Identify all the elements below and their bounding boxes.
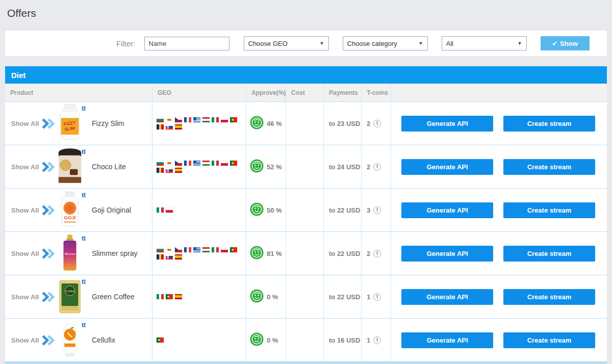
flag-hu-icon <box>202 161 210 166</box>
show-all-label: Show All <box>11 293 39 301</box>
col-header-tcoins: T-coins <box>362 84 391 101</box>
flag-pl-icon <box>221 117 228 122</box>
payments-value: to 22 USD <box>329 250 360 257</box>
flag-it-icon <box>212 161 219 166</box>
flag-sk-icon <box>166 124 173 129</box>
name-filter-input[interactable] <box>144 37 230 50</box>
generate-api-button[interactable]: Generate API <box>401 246 493 262</box>
geo-select-wrap: Choose GEO ▼ <box>244 36 329 50</box>
flag-fr-icon <box>184 117 191 122</box>
product-name: Goji Original <box>92 206 131 214</box>
flag-pl-icon <box>221 247 228 252</box>
tcoins-value: 1 <box>367 336 370 344</box>
generate-api-button[interactable]: Generate API <box>401 289 493 305</box>
tcoins-value: 2 <box>367 250 370 257</box>
create-stream-button[interactable]: Create stream <box>503 202 595 218</box>
product-cell: Show AllSlimmertlSlimmer spray <box>5 232 152 275</box>
flag-cy-icon <box>166 161 173 166</box>
tcoins-cell: 1t <box>362 275 391 318</box>
geo-cell <box>152 319 246 361</box>
flag-emblem <box>167 169 169 172</box>
flag-emblem <box>167 126 169 128</box>
status-select[interactable]: All <box>442 36 527 50</box>
cost-cell <box>286 102 324 145</box>
flag-sk-icon <box>166 254 173 259</box>
show-all-link[interactable]: Show All <box>11 205 56 216</box>
generate-api-button[interactable]: Generate API <box>401 332 493 348</box>
create-stream-button[interactable]: Create stream <box>503 246 595 262</box>
tl-badge: tl <box>82 148 86 155</box>
tcoins-cell: 1t <box>362 319 391 361</box>
double-chevron-icon <box>41 118 55 129</box>
category-select[interactable]: Choose category <box>343 36 428 50</box>
flag-emblem <box>193 117 196 120</box>
payments-value: to 16 USD <box>329 336 360 344</box>
generate-api-button[interactable]: Generate API <box>401 159 493 175</box>
flag-emblem <box>175 161 178 166</box>
geo-select[interactable]: Choose GEO <box>244 36 329 50</box>
tcoin-icon: t <box>373 206 381 214</box>
payments-value: to 23 USD <box>329 120 360 127</box>
approve-value: 50 % <box>267 206 282 214</box>
create-stream-button[interactable]: Create stream <box>503 159 595 175</box>
flag-cy-icon <box>166 117 173 122</box>
tcoins-value: 1 <box>367 293 370 301</box>
approve-value: 81 % <box>267 250 282 257</box>
tcoins-cell: 2t <box>362 145 391 188</box>
actions-cell: Generate APICreate stream <box>391 145 607 188</box>
product-image <box>56 321 85 359</box>
show-all-label: Show All <box>11 120 39 127</box>
flag-fr-icon <box>184 247 191 252</box>
show-all-link[interactable]: Show All <box>11 162 56 172</box>
approve-cell: 81 % <box>246 232 286 275</box>
show-all-link[interactable]: Show All <box>11 292 56 302</box>
tl-badge: tl <box>82 321 86 329</box>
flag-cz-icon <box>175 117 182 122</box>
flag-emblem <box>232 119 234 121</box>
flag-pt-icon <box>230 161 237 166</box>
status-select-wrap: All ▼ <box>442 36 527 50</box>
create-stream-button[interactable]: Create stream <box>503 289 595 305</box>
tcoin-icon: t <box>373 293 381 301</box>
flag-emblem <box>167 296 169 298</box>
flag-es-icon <box>175 294 182 299</box>
show-all-label: Show All <box>11 250 39 257</box>
approve-smiley-icon <box>250 246 264 262</box>
flag-ro-icon <box>157 254 164 259</box>
generate-api-button[interactable]: Generate API <box>401 116 493 132</box>
payments-cell: to 16 USD <box>324 319 362 361</box>
flag-ro-icon <box>157 124 164 129</box>
geo-cell <box>152 145 246 188</box>
table-header-row: Product GEO Approve(%) Cost Payments T-c… <box>5 84 607 101</box>
geo-cell <box>152 189 246 231</box>
table-row: Show AllCoffeetlGreen Coffee0 %to 22 USD… <box>5 275 607 318</box>
approve-smiley-icon <box>250 289 264 305</box>
show-all-label: Show All <box>11 206 39 214</box>
show-all-link[interactable]: Show All <box>11 248 56 259</box>
double-chevron-icon <box>41 248 55 259</box>
create-stream-button[interactable]: Create stream <box>503 116 595 132</box>
show-all-link[interactable]: Show All <box>11 118 56 129</box>
double-chevron-icon <box>41 205 55 216</box>
create-stream-button[interactable]: Create stream <box>503 332 595 348</box>
flag-pt-icon <box>157 337 164 343</box>
svg-text:Coffee: Coffee <box>66 290 74 293</box>
table-row: Show AllSlimmertlSlimmer spray81 %to 22 … <box>5 231 607 275</box>
approve-smiley-icon <box>250 116 264 132</box>
table-row: Show AlltlChoco Lite52 %to 24 USD2tGener… <box>5 145 607 188</box>
flag-emblem <box>193 161 196 164</box>
flag-gr-icon <box>193 117 200 122</box>
tcoins-cell: 3t <box>362 189 391 231</box>
flag-hu-icon <box>202 117 210 122</box>
double-chevron-icon <box>41 335 55 346</box>
show-all-link[interactable]: Show All <box>11 335 56 346</box>
show-button[interactable]: ✔ Show <box>541 36 590 50</box>
approve-cell: 46 % <box>246 102 286 145</box>
cost-cell <box>286 145 324 188</box>
generate-api-button[interactable]: Generate API <box>401 202 493 218</box>
approve-value: 52 % <box>267 163 282 171</box>
flag-emblem <box>232 162 234 164</box>
flag-bg-icon <box>157 161 164 166</box>
flag-gr-icon <box>193 247 200 252</box>
flag-cz-icon <box>175 247 182 252</box>
